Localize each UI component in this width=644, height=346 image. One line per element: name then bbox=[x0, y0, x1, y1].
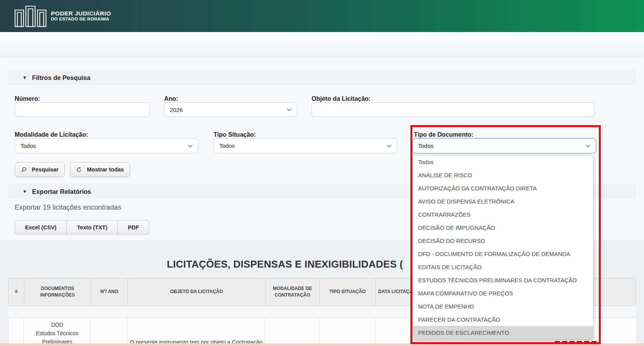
doc-link-estudos[interactable]: Estudos Técnicos bbox=[24, 329, 90, 338]
dropdown-option[interactable]: DECISÃO DE IMPUGNAÇÃO bbox=[413, 221, 593, 234]
export-summary: Exportar 19 licitações encontradas bbox=[15, 204, 121, 212]
chevron-down-icon bbox=[586, 144, 590, 148]
collapse-triangle-icon: ▼ bbox=[22, 75, 27, 80]
export-button[interactable]: Texto (TXT) bbox=[66, 220, 118, 234]
collapse-triangle-icon: ▼ bbox=[22, 189, 27, 194]
dropdown-option[interactable]: DFD - DOCUMENTO DE FORMALIZAÇÃO DE DEMAN… bbox=[413, 247, 593, 260]
refresh-icon bbox=[76, 167, 82, 173]
dropdown-option[interactable]: NOTA DE EMPENHO bbox=[413, 300, 593, 313]
documento-select-value: Todos bbox=[418, 142, 434, 149]
cell-documentos: DOD Estudos Técnicos Preliminares bbox=[24, 318, 91, 346]
table-header-cell: Nº/ ANO bbox=[91, 278, 128, 306]
export-button[interactable]: Excel (CSV) bbox=[15, 220, 67, 234]
pesquisar-button[interactable]: Pesquisar bbox=[15, 162, 65, 177]
mostrar-todas-button[interactable]: Mostrar todas bbox=[70, 162, 130, 177]
chevron-down-icon bbox=[188, 144, 193, 148]
search-icon bbox=[21, 167, 27, 173]
dropdown-option[interactable]: CONTRARRAZÕES bbox=[413, 208, 593, 221]
export-section-title: Exportar Relatórios bbox=[32, 188, 91, 195]
dropdown-option[interactable]: MAPA COMPARATIVO DE PREÇOS bbox=[413, 287, 593, 300]
filters-section-header[interactable]: ▼ Filtros de Pesquisa bbox=[8, 70, 636, 85]
tjrr-logo: PODER JUDICIÁRIO DO ESTADO DE RORAIMA bbox=[51, 10, 111, 21]
results-title: LICITAÇÕES, DISPENSAS E INEXIGIBILIDADES… bbox=[167, 258, 403, 270]
modalidade-select-value: Todos bbox=[20, 142, 36, 149]
page: PODER JUDICIÁRIO DO ESTADO DE RORAIMA En… bbox=[0, 0, 644, 346]
dropdown-option[interactable]: PEDIDOS DE ESCLARECIMENTO bbox=[413, 326, 593, 339]
situacao-label: Tipo Situação: bbox=[214, 131, 256, 138]
situacao-select-value: Todos bbox=[219, 142, 235, 149]
export-button[interactable]: PDF bbox=[117, 220, 149, 234]
modalidade-select[interactable]: Todos bbox=[15, 138, 198, 153]
org-name: PODER JUDICIÁRIO bbox=[51, 10, 111, 17]
documento-select[interactable]: Todos bbox=[412, 138, 596, 153]
objeto-input[interactable] bbox=[312, 102, 595, 117]
dropdown-option[interactable]: DECISÃO DO RECURSO bbox=[413, 234, 593, 247]
dropdown-option[interactable]: EDITAIS DE LICITAÇÃO bbox=[413, 260, 593, 273]
login-bar: Entrar (TJRR) bbox=[0, 32, 644, 56]
tjrr-logo-icon bbox=[14, 5, 47, 27]
objeto-label: Objeto da Licitação: bbox=[312, 95, 371, 102]
ano-select[interactable]: 2026 bbox=[164, 102, 297, 117]
table-header-cell: DOCUMENTOS INFORMAÇÕES bbox=[24, 278, 91, 306]
dropdown-option[interactable]: AVISO DE DISPENSA ELETRÔNICA bbox=[413, 195, 593, 208]
cell-objeto: O presente instrumento tem por objeto a … bbox=[127, 318, 265, 346]
situacao-select[interactable]: Todos bbox=[214, 138, 397, 153]
chevron-down-icon bbox=[287, 108, 291, 111]
tipo-documento-dropdown: TodosANÁLISE DE RISCOAUTORIZAÇÃO DA CONT… bbox=[413, 155, 593, 339]
cell-index bbox=[8, 318, 24, 346]
pesquisar-label: Pesquisar bbox=[32, 166, 58, 173]
filters-section-title: Filtros de Pesquisa bbox=[32, 74, 90, 81]
export-button-group: Excel (CSV)Texto (TXT)PDF bbox=[15, 220, 149, 234]
app-header: PODER JUDICIÁRIO DO ESTADO DE RORAIMA bbox=[0, 0, 644, 32]
dropdown-option[interactable]: ESTUDOS TÉCNICOS PRELIMINARES DA CONTRAT… bbox=[413, 273, 593, 287]
cell-numero-ano bbox=[91, 318, 127, 346]
table-header-cell: OBJETO DA LICITAÇÃO bbox=[127, 278, 266, 306]
table-header-row: #DOCUMENTOS INFORMAÇÕESNº/ ANOOBJETO DA … bbox=[8, 278, 419, 306]
cell-modalidade bbox=[265, 318, 319, 346]
dropdown-option[interactable]: AUTORIZAÇÃO DA CONTRATAÇÃO DIRETA bbox=[413, 181, 593, 195]
org-subtitle: DO ESTADO DE RORAIMA bbox=[51, 17, 111, 21]
dropdown-option[interactable]: Todos bbox=[413, 155, 593, 168]
modalidade-label: Modalidade de Licitação: bbox=[15, 131, 88, 138]
table-header-cell: MODALIDADE DE CONTRATAÇÃO bbox=[265, 278, 320, 306]
documento-label: Tipo de Documento: bbox=[414, 131, 473, 138]
dropdown-option[interactable]: ANÁLISE DE RISCO bbox=[413, 168, 593, 181]
numero-label: Número: bbox=[15, 95, 40, 102]
doc-link-dod[interactable]: DOD bbox=[24, 321, 90, 329]
numero-input[interactable] bbox=[15, 102, 150, 117]
mostrar-todas-label: Mostrar todas bbox=[87, 166, 124, 173]
ano-select-value: 2026 bbox=[170, 107, 183, 113]
clipped-row-band bbox=[0, 343, 644, 346]
cell-situacao bbox=[319, 318, 375, 346]
table-header-cell: TIPO SITUAÇÃO bbox=[319, 278, 376, 306]
table-header-cell: # bbox=[8, 278, 24, 306]
dropdown-option[interactable]: PARECER DA CONTRATAÇÃO bbox=[413, 313, 593, 326]
ano-label: Ano: bbox=[164, 95, 178, 102]
clipped-text-fragment bbox=[555, 341, 601, 344]
chevron-down-icon bbox=[387, 144, 391, 148]
